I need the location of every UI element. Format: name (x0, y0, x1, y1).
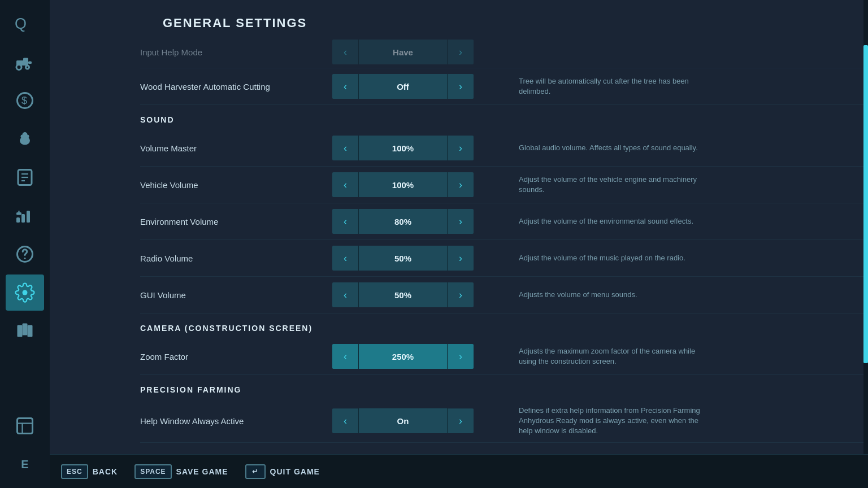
page-title: GENERAL SETTINGS (50, 0, 868, 40)
wood-harvester-description: Tree will be automatically cut after the… (474, 76, 711, 97)
setting-row-environment-volume: Environment Volume ‹ 80% › Adjust the vo… (140, 203, 868, 240)
sidebar-item-animals[interactable] (6, 121, 44, 157)
environment-volume-control: ‹ 80% › (332, 209, 474, 234)
setting-row-gui-volume: GUI Volume ‹ 50% › Adjusts the volume of… (140, 277, 868, 313)
radio-volume-value: 50% (358, 246, 448, 271)
sidebar-item-help[interactable] (6, 236, 44, 272)
volume-master-label: Volume Master (140, 143, 332, 153)
enter-key-badge: ↵ (245, 464, 266, 479)
environment-volume-description: Adjust the volume of the environmental s… (474, 216, 711, 226)
svg-rect-19 (16, 212, 21, 215)
bottom-bar: ESC BACK SPACE SAVE GAME ↵ QUIT GAME (50, 454, 868, 488)
svg-point-22 (24, 258, 26, 259)
radio-volume-prev-button[interactable]: ‹ (332, 246, 358, 271)
wood-harvester-value: Off (358, 74, 448, 99)
svg-rect-16 (16, 217, 20, 223)
setting-row-volume-master: Volume Master ‹ 100% › Global audio volu… (140, 130, 868, 167)
help-window-value: On (358, 408, 448, 433)
gui-volume-label: GUI Volume (140, 290, 332, 300)
setting-row-zoom-factor: Zoom Factor ‹ 250% › Adjusts the maximum… (140, 338, 868, 375)
svg-rect-17 (21, 214, 25, 223)
svg-point-3 (16, 65, 21, 70)
radio-volume-control: ‹ 50% › (332, 246, 474, 271)
settings-scroll-area[interactable]: Input Help Mode ‹ Have › Wood Harvester … (50, 40, 868, 488)
scroll-indicator[interactable] (863, 0, 868, 454)
input-help-mode-value: Have (358, 40, 448, 64)
back-action[interactable]: ESC BACK (61, 464, 118, 479)
wood-harvester-label: Wood Harvester Automatic Cutting (140, 82, 332, 91)
sidebar-item-contracts[interactable] (6, 159, 44, 195)
esc-key-badge: ESC (61, 464, 88, 479)
vehicle-volume-description: Adjust the volume of the vehicle engine … (474, 175, 711, 195)
svg-point-4 (26, 66, 29, 69)
gui-volume-prev-button[interactable]: ‹ (332, 282, 358, 307)
help-window-description: Defines if extra help information from P… (474, 406, 711, 437)
help-window-prev-button[interactable]: ‹ (332, 408, 358, 433)
sidebar-item-production[interactable] (6, 198, 44, 234)
zoom-factor-description: Adjusts the maximum zoom factor of the c… (474, 346, 711, 367)
wood-harvester-next-button[interactable]: › (448, 74, 474, 99)
input-help-mode-next-button[interactable]: › (448, 40, 474, 64)
zoom-factor-next-button[interactable]: › (448, 344, 474, 369)
camera-section-label: CAMERA (CONSTRUCTION SCREEN) (140, 313, 868, 338)
space-key-badge: SPACE (134, 464, 171, 479)
gui-volume-next-button[interactable]: › (448, 282, 474, 307)
sidebar-item-settings[interactable] (6, 274, 44, 311)
sidebar-item-tractor[interactable] (6, 44, 44, 80)
gui-volume-control: ‹ 50% › (332, 282, 474, 307)
quit-action[interactable]: ↵ QUIT GAME (245, 464, 320, 479)
vehicle-volume-control: ‹ 100% › (332, 172, 474, 197)
svg-rect-18 (27, 211, 30, 223)
setting-row-help-window: Help Window Always Active ‹ On › Defines… (140, 400, 868, 443)
zoom-factor-control: ‹ 250% › (332, 344, 474, 369)
svg-rect-2 (23, 58, 28, 63)
vehicle-volume-next-button[interactable]: › (448, 172, 474, 197)
sound-section-label: SOUND (140, 105, 868, 130)
vehicle-volume-prev-button[interactable]: ‹ (332, 172, 358, 197)
wood-harvester-prev-button[interactable]: ‹ (332, 74, 358, 99)
scroll-thumb (863, 45, 868, 363)
svg-rect-23 (18, 325, 23, 337)
input-help-mode-control: ‹ Have › (332, 40, 474, 64)
volume-master-next-button[interactable]: › (448, 136, 474, 160)
volume-master-description: Global audio volume. Affects all types o… (474, 143, 711, 153)
environment-volume-next-button[interactable]: › (448, 209, 474, 234)
input-help-mode-prev-button[interactable]: ‹ (332, 40, 358, 64)
sidebar-item-e-key: E (6, 446, 44, 482)
main-content: GENERAL SETTINGS Input Help Mode ‹ Have … (50, 0, 868, 488)
vehicle-volume-value: 100% (358, 172, 448, 197)
svg-text:$: $ (21, 95, 27, 106)
radio-volume-description: Adjust the volume of the music played on… (474, 253, 711, 263)
help-window-next-button[interactable]: › (448, 408, 474, 433)
gui-volume-value: 50% (358, 282, 448, 307)
vehicle-volume-label: Vehicle Volume (140, 180, 332, 190)
svg-text:Q: Q (15, 15, 27, 32)
sidebar: Q $ (0, 0, 50, 488)
svg-rect-26 (18, 419, 33, 434)
save-action[interactable]: SPACE SAVE GAME (134, 464, 228, 479)
sidebar-item-money[interactable]: $ (6, 82, 44, 119)
setting-row-radio-volume: Radio Volume ‹ 50% › Adjust the volume o… (140, 240, 868, 277)
sidebar-item-quick[interactable]: Q (6, 6, 44, 42)
zoom-factor-value: 250% (358, 344, 448, 369)
sidebar-item-map[interactable] (6, 313, 44, 349)
gui-volume-description: Adjusts the volume of menu sounds. (474, 290, 711, 300)
radio-volume-next-button[interactable]: › (448, 246, 474, 271)
volume-master-value: 100% (358, 136, 448, 160)
back-label: BACK (93, 467, 118, 476)
radio-volume-label: Radio Volume (140, 254, 332, 263)
sidebar-item-guide[interactable] (6, 408, 44, 444)
svg-rect-24 (23, 324, 28, 336)
zoom-factor-label: Zoom Factor (140, 352, 332, 361)
help-window-control: ‹ On › (332, 408, 474, 433)
quit-label: QUIT GAME (270, 467, 320, 476)
environment-volume-label: Environment Volume (140, 217, 332, 226)
save-label: SAVE GAME (176, 467, 228, 476)
zoom-factor-prev-button[interactable]: ‹ (332, 344, 358, 369)
volume-master-control: ‹ 100% › (332, 136, 474, 160)
svg-point-11 (23, 132, 28, 137)
help-window-label: Help Window Always Active (140, 416, 332, 426)
volume-master-prev-button[interactable]: ‹ (332, 136, 358, 160)
environment-volume-value: 80% (358, 209, 448, 234)
environment-volume-prev-button[interactable]: ‹ (332, 209, 358, 234)
